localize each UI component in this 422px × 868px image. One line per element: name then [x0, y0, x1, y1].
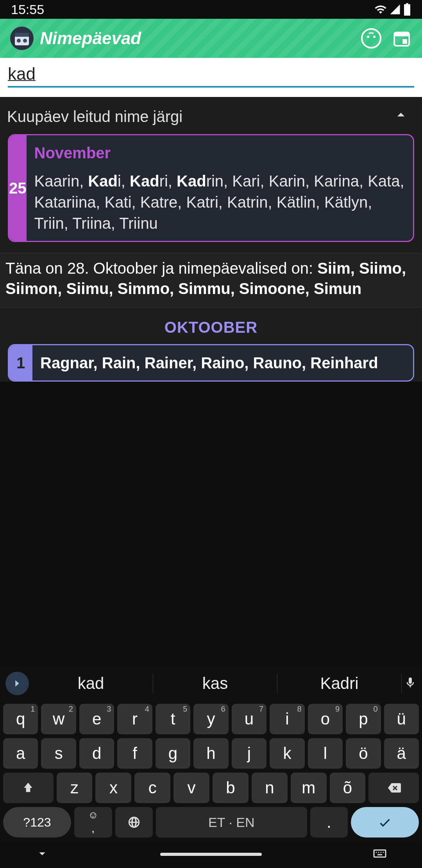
avatar-icon[interactable] [360, 27, 382, 49]
key-v[interactable]: v [173, 773, 209, 803]
svg-point-12 [376, 852, 377, 853]
suggestion-1[interactable]: kad [29, 674, 153, 693]
key-m[interactable]: m [291, 773, 327, 803]
svg-point-14 [381, 852, 382, 853]
result-day: 25 [9, 135, 27, 241]
key-g[interactable]: g [156, 738, 190, 769]
result-card[interactable]: 25 November Kaarin, Kadi, Kadri, Kadrin,… [8, 134, 414, 242]
key-w[interactable]: w2 [41, 704, 76, 734]
svg-rect-2 [15, 33, 29, 37]
key-x[interactable]: x [95, 773, 131, 803]
app-title: Nimepäevad [40, 29, 352, 48]
key-n[interactable]: n [252, 773, 288, 803]
svg-point-3 [17, 39, 21, 43]
key-row-3: zxcvbnmõ [3, 773, 419, 803]
key-o[interactable]: o9 [308, 704, 343, 734]
battery-icon [403, 3, 411, 16]
wifi-icon [374, 3, 387, 16]
hide-keyboard-icon[interactable] [35, 846, 49, 862]
system-navbar [0, 841, 422, 868]
svg-rect-16 [377, 854, 382, 855]
today-intro: Täna on 28. Oktoober ja nimepäevalised o… [5, 260, 317, 277]
list-names: Ragnar, Rain, Rainer, Raino, Rauno, Rein… [40, 352, 378, 373]
key-row-1: q1w2e3r4t5y6u7i8o9p0ü [3, 704, 419, 734]
list-item[interactable]: 1 Ragnar, Rain, Rainer, Raino, Rauno, Re… [8, 344, 414, 382]
today-paragraph: Täna on 28. Oktoober ja nimepäevalised o… [0, 253, 422, 308]
status-time: 15:55 [11, 2, 44, 17]
symbols-key[interactable]: ?123 [3, 807, 71, 838]
space-key[interactable]: ET · EN [156, 807, 307, 838]
key-row-4: ?123 ☺ , ET · EN . [3, 807, 419, 838]
home-indicator[interactable] [160, 853, 262, 856]
found-by-name-label: Kuupäev leitud nime järgi [7, 108, 182, 126]
key-l[interactable]: l [308, 738, 343, 769]
key-ä[interactable]: ä [384, 738, 419, 769]
svg-point-6 [367, 36, 369, 38]
suggestion-3[interactable]: Kadri [277, 674, 402, 693]
key-j[interactable]: j [232, 738, 266, 769]
key-a[interactable]: a [3, 738, 38, 769]
result-content: November Kaarin, Kadi, Kadri, Kadrin, Ka… [27, 135, 413, 241]
key-z[interactable]: z [57, 773, 93, 803]
calendar-icon[interactable] [391, 27, 413, 49]
key-e[interactable]: e3 [79, 704, 114, 734]
key-h[interactable]: h [193, 738, 228, 769]
svg-point-13 [378, 852, 379, 853]
period-key[interactable]: . [310, 807, 348, 838]
smiley-icon: ☺ [88, 810, 98, 820]
status-icons [374, 3, 411, 16]
status-bar: 15:55 [0, 0, 422, 19]
key-s[interactable]: s [41, 738, 76, 769]
key-t[interactable]: t5 [156, 704, 190, 734]
svg-rect-10 [402, 39, 407, 44]
key-r[interactable]: r4 [117, 704, 152, 734]
svg-point-4 [23, 39, 27, 43]
month-heading: OKTOOBER [0, 308, 422, 339]
enter-key[interactable] [351, 807, 419, 838]
backspace-key[interactable] [368, 773, 419, 803]
svg-rect-11 [374, 850, 386, 857]
svg-rect-9 [394, 32, 409, 36]
suggestion-bar: kad kas Kadri [3, 667, 419, 700]
keyboard-switch-icon[interactable] [373, 846, 387, 862]
expand-suggestions-icon[interactable] [5, 672, 29, 695]
key-y[interactable]: y6 [193, 704, 228, 734]
key-q[interactable]: q1 [3, 704, 38, 734]
key-ö[interactable]: ö [346, 738, 381, 769]
emoji-key[interactable]: ☺ , [74, 807, 112, 838]
key-õ[interactable]: õ [330, 773, 366, 803]
found-by-name-header[interactable]: Kuupäev leitud nime järgi [0, 101, 422, 129]
check-icon [377, 815, 392, 830]
key-i[interactable]: i8 [270, 704, 304, 734]
key-f[interactable]: f [117, 738, 152, 769]
signal-icon [389, 4, 401, 15]
search-input[interactable] [8, 64, 414, 88]
shift-key[interactable] [3, 773, 54, 803]
list-content: Ragnar, Rain, Rainer, Raino, Rauno, Rein… [32, 345, 386, 380]
mic-icon[interactable] [402, 676, 419, 690]
result-names: Kaarin, Kadi, Kadri, Kadrin, Kari, Karin… [34, 170, 406, 234]
globe-icon [127, 816, 141, 829]
result-month: November [34, 142, 406, 163]
key-row-2: asdfghjklöä [3, 738, 419, 769]
key-p[interactable]: p0 [346, 704, 381, 734]
list-day: 1 [9, 345, 32, 380]
results-body: Kuupäev leitud nime järgi 25 November Ka… [0, 97, 422, 382]
key-b[interactable]: b [213, 773, 249, 803]
chevron-up-icon[interactable] [392, 106, 409, 127]
soft-keyboard: kad kas Kadri q1w2e3r4t5y6u7i8o9p0ü asdf… [0, 665, 422, 841]
key-c[interactable]: c [134, 773, 170, 803]
svg-point-7 [373, 36, 376, 38]
suggestion-2[interactable]: kas [153, 674, 277, 693]
app-logo-icon [9, 26, 34, 51]
svg-point-15 [383, 852, 384, 853]
search-container [0, 58, 422, 97]
language-key[interactable] [115, 807, 153, 838]
key-d[interactable]: d [79, 738, 114, 769]
key-k[interactable]: k [270, 738, 304, 769]
svg-point-5 [362, 29, 381, 48]
key-ü[interactable]: ü [384, 704, 419, 734]
key-u[interactable]: u7 [232, 704, 266, 734]
app-header: Nimepäevad [0, 19, 422, 58]
